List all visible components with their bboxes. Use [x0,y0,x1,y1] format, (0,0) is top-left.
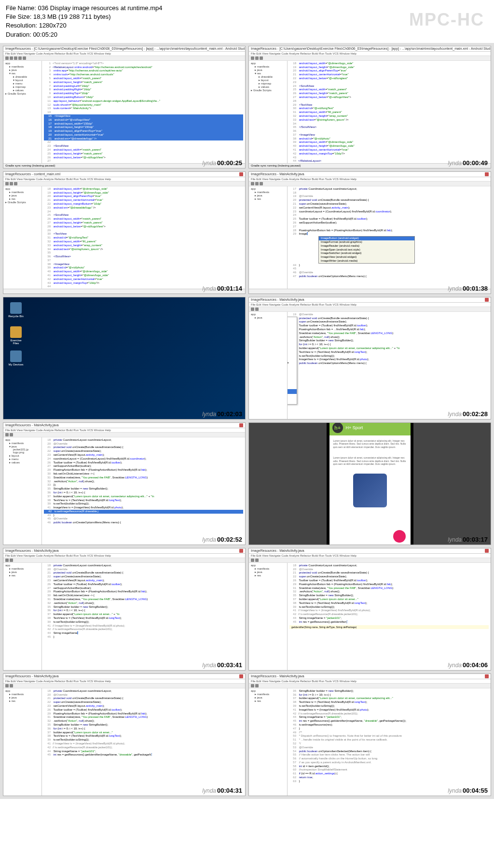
thumbnail[interactable]: ImageResources - [C:\Users\gassner\Deskt… [3,46,246,168]
window-title: ImageResources - [C:\Users\gassner\Deskt… [3,46,245,52]
window-title: ImageResources - content_main.xml [3,172,245,177]
thumbnail[interactable]: Recycle Bin Exercise Files My Devices ly… [3,297,246,420]
code-editor[interactable]: 18 private CoordinatorLayout coordinator… [42,688,245,796]
device-frame: h+ H+ Sport Lorem ipsum dolor sit amet, … [327,422,413,545]
code-editor[interactable]: 18 android:layout_width="@dimen/logo_sid… [288,61,491,168]
code-editor[interactable]: 18 private CoordinatorLayout coordinator… [288,563,491,670]
code-editor[interactable]: 19 @Override 20 protected void onCreate(… [288,312,491,419]
desktop-icon[interactable]: Recycle Bin [8,302,24,318]
desktop-icon[interactable]: My Devices [8,350,24,366]
windows-desktop[interactable]: Recycle Bin Exercise Files My Devices [3,297,245,419]
timestamp: 00:04:06 [463,661,488,669]
code-editor[interactable]: 18 private CoordinatorLayout coordinator… [42,437,245,545]
timestamp: 00:02:03 [217,410,242,418]
product-image [353,474,387,507]
close-icon[interactable] [239,549,243,553]
project-tree[interactable]: app ▸ java [249,312,288,419]
code-editor[interactable]: 1<?xml version="1.0" encoding="utf-8"?> … [42,61,245,168]
close-icon[interactable] [239,674,243,678]
window-title: ImageResources - MainActivity.java [3,674,245,679]
timestamp: 00:02:52 [217,536,242,543]
code-editor[interactable]: 35 StringBuilder builder = new StringBui… [288,688,491,796]
thumbnail[interactable]: ImageResources - [C:\Users\gassner\Deskt… [248,46,491,168]
toolbar[interactable] [3,182,245,186]
menu-bar[interactable]: File Edit View Navigate Code Analyze Ref… [3,52,245,56]
menu-bar[interactable]: File Edit View Navigate Code Analyze Ref… [249,52,491,56]
timestamp: 00:00:49 [463,159,488,167]
timestamp: 00:04:31 [217,787,242,794]
autocomplete-popup[interactable]: ImageButton (android.widget) ImageFormat… [318,236,415,264]
menu-bar[interactable]: File Edit View Navigate Code Analyze Ref… [3,177,245,182]
toolbar[interactable] [249,182,491,186]
timestamp: 00:04:55 [463,787,488,794]
menu-bar[interactable]: File Edit View Navigate Code Analyze Ref… [249,303,491,307]
thumbnail[interactable]: ImageResources - MainActivity.java File … [3,673,246,796]
window-title: ImageResources - MainActivity.java [3,423,245,428]
toolbar[interactable] [249,56,491,61]
close-icon[interactable] [485,172,489,176]
project-tree[interactable]: app ▸ manifests ▸ java ▸ res [249,186,288,294]
toolbar[interactable] [3,558,245,563]
window-title: ImageResources - MainActivity.java [3,548,245,554]
toolbar[interactable] [3,684,245,688]
toolbar[interactable] [3,433,245,437]
thumbnail[interactable]: ImageResources - content_main.xml File E… [3,171,246,294]
project-tree[interactable]: app ▸ manifests ▸ java ▸ res [3,563,42,670]
menu-bar[interactable]: File Edit View Navigate Code Analyze Ref… [249,679,491,684]
window-title: ImageResources - [C:\Users\gassner\Deskt… [249,46,491,52]
window-title: ImageResources - MainActivity.java [249,297,491,303]
thumbnail[interactable]: h+ H+ Sport Lorem ipsum dolor sit amet, … [248,422,491,545]
toolbar[interactable] [249,684,491,688]
menu-bar[interactable]: File Edit View Navigate Code Analyze Ref… [3,679,245,684]
timestamp: 00:00:25 [217,159,242,167]
thumbnail[interactable]: ImageResources - MainActivity.java File … [248,548,491,671]
code-editor[interactable]: 18 android:layout_width="@dimen/logo_sid… [42,186,245,294]
timestamp: 00:03:41 [217,661,242,669]
menu-bar[interactable]: File Edit View Navigate Code Analyze Ref… [249,554,491,558]
window-title: ImageResources - MainActivity.java [249,548,491,554]
timestamp: 00:03:17 [463,536,488,543]
toolbar[interactable] [249,558,491,563]
thumbnail[interactable]: ImageResources - MainActivity.java File … [248,673,491,796]
project-tree[interactable]: app ▸ manifests ▾ java jacket101.jp logo… [3,437,42,545]
project-tree[interactable]: app ▸ manifests ▸ java ▾ res ▸ drawable … [249,61,288,168]
project-tree[interactable]: app ▸ manifests ▸ java ▸ res ▸ Gradle Sc… [3,186,42,294]
code-editor[interactable]: 17 private CoordinatorLayout coordinator… [288,186,491,294]
window-title: ImageResources - MainActivity.java [249,172,491,177]
menu-bar[interactable]: File Edit View Navigate Code Analyze Ref… [3,428,245,433]
player-watermark: MPC-HC [409,10,484,30]
fab-button[interactable] [393,530,406,543]
code-editor[interactable]: 18 private CoordinatorLayout coordinator… [42,563,245,670]
window-title: ImageResources - MainActivity.java [249,674,491,679]
app-logo-icon: h+ [332,422,343,433]
thumbnail[interactable]: ImageResources - MainActivity.java File … [248,297,491,420]
android-emulator[interactable]: h+ H+ Sport Lorem ipsum dolor sit amet, … [249,423,491,545]
close-icon[interactable] [239,172,243,176]
menu-bar[interactable]: File Edit View Navigate Code Analyze Ref… [3,554,245,558]
thumbnail[interactable]: ImageResources - MainActivity.java File … [248,171,491,294]
timestamp: 00:02:28 [463,410,488,418]
thumbnail[interactable]: ImageResources - MainActivity.java File … [3,548,246,671]
parameter-hint: getIdentifier(String name, String defTyp… [289,625,489,630]
close-icon[interactable] [485,674,489,678]
toolbar[interactable] [249,307,491,312]
project-tree[interactable]: app ▸ manifests ▸ java ▾ res ▸ drawable … [3,61,42,168]
context-menu[interactable]: New Cut Copy Copy Path Copy as Plain Tex… [288,317,297,405]
app-bar: h+ H+ Sport [329,422,411,435]
timestamp: 00:01:14 [217,285,242,292]
project-tree[interactable]: app ▸ manifests ▸ java ▸ res [249,563,288,670]
thumbnail[interactable]: ImageResources - MainActivity.java File … [3,422,246,545]
timestamp: 00:01:38 [463,285,488,292]
close-icon[interactable] [485,549,489,553]
toolbar[interactable] [3,56,245,61]
desktop-icon[interactable]: Exercise Files [8,326,24,345]
close-icon[interactable] [485,298,489,302]
content-text: Lorem ipsum dolor sit amet, consectetur … [329,435,411,453]
close-icon[interactable] [239,423,243,427]
project-tree[interactable]: app ▸ manifests ▸ java ▸ res [3,688,42,796]
thumbnail-grid: ImageResources - [C:\Users\gassner\Deskt… [0,43,494,799]
menu-bar[interactable]: File Edit View Navigate Code Analyze Ref… [249,177,491,182]
project-tree[interactable]: app ▸ manifests ▸ java ▸ res [249,688,288,796]
